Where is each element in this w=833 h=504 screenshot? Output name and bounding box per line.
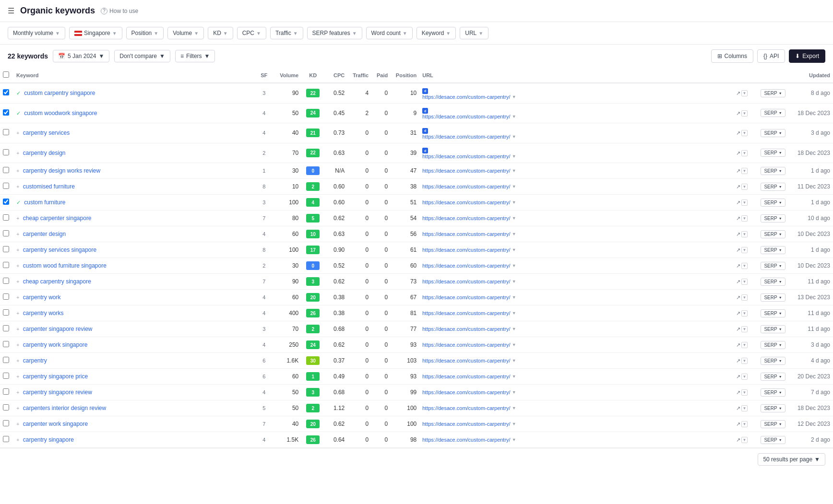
url-link[interactable]: https://desace.com/custom-carpentry/ ▼ [422,294,725,300]
trend-chart-icon[interactable]: ↗ [736,130,740,136]
row-checkbox[interactable] [3,436,9,442]
serp-button[interactable]: SERP ▼ [761,214,785,223]
serp-button[interactable]: SERP ▼ [761,246,785,254]
serp-button[interactable]: SERP ▼ [761,167,785,175]
serp-button[interactable]: SERP ▼ [761,293,785,302]
url-link[interactable]: https://desace.com/custom-carpentry/ ▼ [422,310,725,316]
serp-button[interactable]: SERP ▼ [761,309,785,317]
keyword-link[interactable]: cheap carpentry singapore [23,278,91,285]
keyword-link[interactable]: carpentry services [23,129,70,136]
trend-chart-icon[interactable]: ↗ [736,263,740,269]
keyword-link[interactable]: cheap carpenter singapore [23,215,92,222]
trend-chart-icon[interactable]: ↗ [736,110,740,117]
keyword-link[interactable]: carpentry works [23,310,64,316]
row-checkbox[interactable] [3,149,9,155]
volume-filter[interactable]: Volume ▼ [167,27,204,39]
chart-dropdown-icon[interactable]: ▼ [741,310,748,316]
word-count-filter[interactable]: Word count ▼ [366,27,413,39]
trend-chart-icon[interactable]: ↗ [736,374,740,380]
trend-chart-icon[interactable]: ↗ [736,231,740,237]
keyword-filter[interactable]: Keyword ▼ [416,27,456,39]
serp-button[interactable]: SERP ▼ [761,373,785,381]
serp-features-filter[interactable]: SERP features ▼ [307,27,362,39]
row-checkbox[interactable] [3,129,9,135]
trend-chart-icon[interactable]: ↗ [736,342,740,348]
menu-icon[interactable]: ☰ [8,6,14,15]
chart-dropdown-icon[interactable]: ▼ [741,110,748,117]
traffic-column-header[interactable]: Traffic [347,68,371,83]
export-button[interactable]: ⬇ Export [789,49,825,63]
trend-chart-icon[interactable]: ↗ [736,199,740,206]
row-checkbox[interactable] [3,341,9,347]
date-selector[interactable]: 📅 5 Jan 2024 ▼ [53,50,109,62]
trend-chart-icon[interactable]: ↗ [736,326,740,332]
trend-chart-icon[interactable]: ↗ [736,389,740,396]
cpc-filter[interactable]: CPC ▼ [237,27,266,39]
chart-dropdown-icon[interactable]: ▼ [741,326,748,332]
trend-chart-icon[interactable]: ↗ [736,358,740,364]
url-link[interactable]: https://desace.com/custom-carpentry/ ▼ [422,405,725,411]
chart-dropdown-icon[interactable]: ▼ [741,279,748,285]
chart-dropdown-icon[interactable]: ▼ [741,437,748,443]
row-checkbox[interactable] [3,199,9,205]
serp-button[interactable]: SERP ▼ [761,149,785,157]
chart-dropdown-icon[interactable]: ▼ [741,247,748,253]
row-checkbox[interactable] [3,246,9,252]
url-link[interactable]: https://desace.com/custom-carpentry/ ▼ [422,437,725,443]
api-button[interactable]: {} API [757,49,785,63]
keyword-link[interactable]: carpentry singapore review [23,389,92,396]
trend-chart-icon[interactable]: ↗ [736,405,740,411]
row-checkbox[interactable] [3,388,9,395]
monthly-volume-filter[interactable]: Monthly volume ▼ [8,27,65,39]
serp-button[interactable]: SERP ▼ [761,129,785,137]
trend-chart-icon[interactable]: ↗ [736,90,740,96]
url-filter[interactable]: URL ▼ [460,27,488,39]
serp-button[interactable]: SERP ▼ [761,262,785,270]
url-link[interactable]: https://desace.com/custom-carpentry/ ▼ [422,342,725,348]
row-checkbox[interactable] [3,109,9,116]
keyword-link[interactable]: carpentry singapore price [23,373,88,380]
chart-dropdown-icon[interactable]: ▼ [741,150,748,156]
keyword-link[interactable]: carpentry work singapore [23,341,88,348]
url-link[interactable]: https://desace.com/custom-carpentry/ ▼ [422,114,725,119]
serp-button[interactable]: SERP ▼ [761,420,785,428]
keyword-link[interactable]: custom wood furniture singapore [23,262,107,269]
paid-column-header[interactable]: Paid [371,68,391,83]
url-link[interactable]: https://desace.com/custom-carpentry/ ▼ [422,263,725,269]
trend-chart-icon[interactable]: ↗ [736,168,740,174]
keyword-link[interactable]: custom furniture [24,199,65,206]
url-link[interactable]: https://desace.com/custom-carpentry/ ▼ [422,326,725,332]
serp-button[interactable]: SERP ▼ [761,89,785,97]
chart-dropdown-icon[interactable]: ▼ [741,90,748,96]
row-checkbox[interactable] [3,293,9,300]
row-checkbox[interactable] [3,89,9,95]
keyword-link[interactable]: carpenter design [23,231,66,237]
chart-dropdown-icon[interactable]: ▼ [741,389,748,396]
keyword-link[interactable]: carpenters interior design review [23,405,106,411]
url-link[interactable]: https://desace.com/custom-carpentry/ ▼ [422,358,725,363]
trend-chart-icon[interactable]: ↗ [736,437,740,443]
serp-button[interactable]: SERP ▼ [761,325,785,333]
help-link[interactable]: ? How to use [101,8,138,14]
kd-filter[interactable]: KD ▼ [208,27,233,39]
keyword-link[interactable]: carpentry design [23,150,66,156]
keyword-link[interactable]: carpentry work [23,294,61,301]
serp-button[interactable]: SERP ▼ [761,341,785,349]
row-checkbox[interactable] [3,420,9,426]
chart-dropdown-icon[interactable]: ▼ [741,184,748,190]
serp-button[interactable]: SERP ▼ [761,199,785,207]
trend-chart-icon[interactable]: ↗ [736,184,740,190]
url-link[interactable]: https://desace.com/custom-carpentry/ ▼ [422,421,725,427]
row-checkbox[interactable] [3,214,9,221]
url-link[interactable]: https://desace.com/custom-carpentry/ ▼ [422,389,725,395]
keyword-link[interactable]: custom woodwork singapore [24,110,97,117]
url-link[interactable]: https://desace.com/custom-carpentry/ ▼ [422,153,725,159]
serp-button[interactable]: SERP ▼ [761,278,785,286]
chart-dropdown-icon[interactable]: ▼ [741,421,748,427]
url-link[interactable]: https://desace.com/custom-carpentry/ ▼ [422,279,725,284]
chart-dropdown-icon[interactable]: ▼ [741,358,748,364]
row-checkbox[interactable] [3,373,9,379]
kd-column-header[interactable]: KD [301,68,324,83]
url-link[interactable]: https://desace.com/custom-carpentry/ ▼ [422,134,725,140]
position-column-header[interactable]: Position [391,68,419,83]
